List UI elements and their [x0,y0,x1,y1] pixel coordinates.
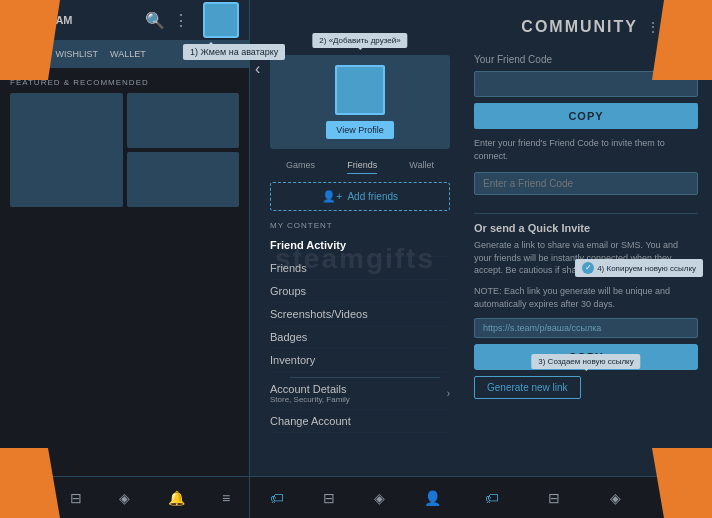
invite-description: Enter your friend's Friend Code to invit… [474,137,698,162]
tooltip-copy-link: 4) Копируем новую ссылку [575,259,703,277]
tooltip-add-friends: 2) «Добавить друзей» [312,33,407,48]
menu-item-screenshots[interactable]: Screenshots/Videos [270,303,450,326]
tag-icon-right[interactable]: 🏷 [485,490,499,506]
enter-friend-code-input[interactable] [474,172,698,195]
store-icon-right[interactable]: ⊟ [548,490,560,506]
community-menu-icon[interactable]: ⋮ [646,19,660,35]
generate-link-area: 3) Создаем новую ссылку Generate new lin… [474,376,698,399]
nav-wallet[interactable]: WALLET [104,45,152,63]
store-icon[interactable]: ⊟ [70,490,82,506]
my-content-label: MY CONTENT [270,221,450,230]
menu-item-inventory[interactable]: Inventory [270,349,450,372]
featured-games-grid [10,93,239,207]
game-thumb-3[interactable] [127,152,240,207]
avatar[interactable] [203,2,239,38]
tab-friends[interactable]: Friends [347,157,377,174]
shield-icon-mid[interactable]: ◈ [374,490,385,506]
middle-bottom-nav: 🏷 ⊟ ◈ 👤 [250,476,460,518]
search-icon[interactable]: 🔍 [145,11,165,30]
middle-panel: ‹ 2) «Добавить друзей» View Profile Game… [250,0,460,518]
generate-link-button[interactable]: Generate new link [474,376,581,399]
menu-item-friend-activity[interactable]: Friend Activity [270,234,450,257]
community-body: Your Friend Code COPY Enter your friend'… [460,54,712,476]
friend-code-copy-button[interactable]: COPY [474,103,698,129]
divider [474,213,698,214]
menu-item-badges[interactable]: Badges [270,326,450,349]
user-icon-mid[interactable]: 👤 [424,490,441,506]
game-thumb-1[interactable] [10,93,123,207]
menu-list: Friend Activity Friends Groups Screensho… [270,234,450,433]
add-friends-button[interactable]: 👤+ Add friends [270,182,450,211]
avatar-area: 1) Жмем на аватарку [203,2,239,38]
tab-games[interactable]: Games [286,157,315,174]
tag-icon-mid[interactable]: 🏷 [270,490,284,506]
community-title: COMMUNITY [521,18,638,36]
profile-avatar [335,65,385,115]
shield-icon[interactable]: ◈ [119,490,130,506]
add-friends-icon: 👤+ [322,190,342,203]
menu-icon[interactable]: ⋮ [173,11,189,30]
quick-invite-title: Or send a Quick Invite [474,222,698,234]
tab-wallet[interactable]: Wallet [409,157,434,174]
tooltip-click-avatar: 1) Жмем на аватарку [183,44,285,60]
featured-section: FEATURED & RECOMMENDED [0,68,249,217]
quick-invite-note: NOTE: Each link you generate will be uni… [474,285,698,310]
add-friends-label: Add friends [347,191,398,202]
menu-item-friends[interactable]: Friends [270,257,450,280]
game-thumb-2[interactable] [127,93,240,148]
profile-card: 2) «Добавить друзей» View Profile [270,55,450,149]
quick-invite-description: Generate a link to share via email or SM… [474,239,698,277]
nav-wishlist[interactable]: WISHLIST [50,45,105,63]
menu-item-account[interactable]: Account Details Store, Security, Family … [270,378,450,410]
shield-icon-right[interactable]: ◈ [610,490,621,506]
menu-item-groups[interactable]: Groups [270,280,450,303]
chevron-right-icon: › [447,388,450,399]
list-icon[interactable]: ≡ [222,490,230,506]
bell-icon[interactable]: 🔔 [168,490,185,506]
store-icon-mid[interactable]: ⊟ [323,490,335,506]
main-container: STEAM 🔍 ⋮ 1) Жмем на аватарку MENU▾ WISH… [0,0,712,518]
tooltip-generate-link: 3) Создаем новую ссылку [531,354,640,369]
profile-tabs: Games Friends Wallet [270,157,450,174]
view-profile-button[interactable]: View Profile [326,121,393,139]
tooltip-arrow [570,264,578,272]
back-arrow-icon[interactable]: ‹ [255,60,260,78]
link-url-display: https://s.team/p/ваша/ссылка [474,318,698,338]
menu-item-change-account[interactable]: Change Account [270,410,450,433]
